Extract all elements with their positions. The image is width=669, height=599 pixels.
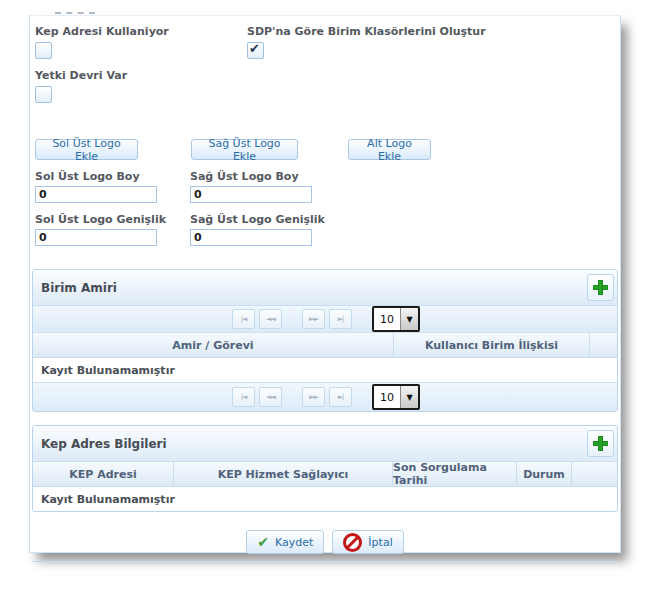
bottom-divider bbox=[32, 561, 618, 562]
column-header-kep-adresi: KEP Adresi bbox=[33, 462, 174, 486]
rows-per-page-select[interactable]: 10 ▼ bbox=[372, 384, 420, 410]
kep-adres-header: Kep Adres Bilgileri bbox=[33, 426, 617, 462]
sag-ust-logo-genislik-input[interactable] bbox=[190, 229, 312, 246]
checkbox-row-2: Yetki Devri Var bbox=[32, 69, 618, 103]
paginator-prev-button[interactable]: ◄◄ bbox=[259, 309, 282, 329]
kep-adres-bilgileri-panel: Kep Adres Bilgileri KEP Adresi KEP Hizme… bbox=[32, 425, 618, 512]
boy-inputs-row bbox=[32, 183, 618, 203]
paginator-prev-button[interactable]: ◄◄ bbox=[259, 387, 282, 407]
column-header-kullanici-birim-iliskisi: Kullanıcı Birim İlişkisi bbox=[394, 333, 590, 357]
sol-ust-logo-boy-label: Sol Üst Logo Boy bbox=[35, 170, 190, 183]
kaydet-button[interactable]: ✔ Kaydet bbox=[246, 530, 324, 554]
column-header-actions bbox=[590, 333, 617, 357]
birim-amiri-table-header: Amir / Görevi Kullanıcı Birim İlişkisi bbox=[33, 333, 617, 358]
column-header-kep-hizmet-saglayici: KEP Hizmet Sağlayıcı bbox=[174, 462, 393, 486]
kep-adresi-kullaniyor-group: Kep Adresi Kullaniyor bbox=[35, 25, 247, 59]
kaydet-button-label: Kaydet bbox=[275, 536, 313, 549]
sol-ust-logo-genislik-input[interactable] bbox=[35, 229, 157, 246]
kep-adres-title: Kep Adres Bilgileri bbox=[41, 437, 167, 451]
yetki-devri-var-checkbox[interactable] bbox=[35, 86, 52, 103]
paginator-first-button[interactable]: |◄ bbox=[232, 387, 255, 407]
sdp-birim-klasorleri-group: SDP'na Göre Birim Klasörlerini Oluştur ✔ bbox=[247, 25, 486, 59]
plus-icon bbox=[593, 436, 608, 451]
paginator-next-button[interactable]: ►► bbox=[302, 387, 325, 407]
main-form-panel: Kep Adresi Kullaniyor SDP'na Göre Birim … bbox=[29, 15, 621, 553]
birim-amiri-empty-message: Kayıt Bulunamamıştır bbox=[33, 364, 175, 377]
iptal-button-label: İptal bbox=[368, 536, 392, 549]
genislik-labels-row: Sol Üst Logo Genişlik Sağ Üst Logo Geniş… bbox=[32, 213, 618, 226]
sag-ust-logo-boy-label: Sağ Üst Logo Boy bbox=[190, 170, 345, 183]
sol-ust-logo-ekle-button[interactable]: Sol Üst Logo Ekle bbox=[35, 139, 138, 160]
alt-logo-ekle-button[interactable]: Alt Logo Ekle bbox=[348, 139, 431, 160]
birim-amiri-paginator-bottom: |◄ ◄◄ ►► ►| 10 ▼ bbox=[33, 382, 617, 411]
paginator-last-button[interactable]: ►| bbox=[329, 387, 352, 407]
paginator-first-button[interactable]: |◄ bbox=[232, 309, 255, 329]
dropdown-arrow-icon: ▼ bbox=[400, 308, 418, 330]
kep-adres-empty-message: Kayıt Bulunamamıştır bbox=[33, 493, 175, 506]
kep-adresi-kullaniyor-checkbox[interactable] bbox=[35, 42, 52, 59]
sol-ust-logo-boy-input[interactable] bbox=[35, 186, 157, 203]
birim-amiri-empty-row: Kayıt Bulunamamıştır bbox=[33, 358, 617, 382]
checkmark-icon: ✔ bbox=[249, 41, 260, 56]
sdp-birim-klasorleri-checkbox[interactable]: ✔ bbox=[247, 42, 264, 59]
rows-per-page-value: 10 bbox=[374, 308, 400, 330]
rows-per-page-value: 10 bbox=[374, 386, 400, 408]
cancel-prohibition-icon bbox=[343, 533, 362, 552]
kep-adres-add-button[interactable] bbox=[587, 430, 614, 457]
birim-amiri-paginator-top: |◄ ◄◄ ►► ►| 10 ▼ bbox=[33, 306, 617, 333]
boy-labels-row: Sol Üst Logo Boy Sağ Üst Logo Boy bbox=[32, 170, 618, 183]
birim-amiri-add-button[interactable] bbox=[587, 274, 614, 301]
kep-adres-table-header: KEP Adresi KEP Hizmet Sağlayıcı Son Sorg… bbox=[33, 462, 617, 487]
column-header-actions bbox=[572, 462, 617, 486]
column-header-durum: Durum bbox=[517, 462, 572, 486]
sag-ust-logo-genislik-label: Sağ Üst Logo Genişlik bbox=[190, 213, 345, 226]
rows-per-page-select[interactable]: 10 ▼ bbox=[372, 306, 420, 332]
form-actions: ✔ Kaydet İptal bbox=[32, 530, 618, 554]
logo-buttons-row: Sol Üst Logo Ekle Sağ Üst Logo Ekle Alt … bbox=[32, 139, 618, 160]
plus-icon bbox=[593, 280, 608, 295]
checkbox-row-1: Kep Adresi Kullaniyor SDP'na Göre Birim … bbox=[32, 25, 618, 59]
genislik-inputs-row bbox=[32, 226, 618, 246]
column-header-amir-gorevi: Amir / Görevi bbox=[33, 333, 394, 357]
save-check-icon: ✔ bbox=[257, 535, 269, 549]
sdp-birim-klasorleri-label: SDP'na Göre Birim Klasörlerini Oluştur bbox=[247, 25, 486, 38]
birim-amiri-header: Birim Amiri bbox=[33, 270, 617, 306]
birim-amiri-panel: Birim Amiri |◄ ◄◄ ►► ►| 10 ▼ Amir / Göre… bbox=[32, 269, 618, 412]
sag-ust-logo-ekle-button[interactable]: Sağ Üst Logo Ekle bbox=[191, 139, 298, 160]
kep-adresi-kullaniyor-label: Kep Adresi Kullaniyor bbox=[35, 25, 247, 38]
column-header-son-sorgulama-tarihi: Son Sorgulama Tarihi bbox=[393, 462, 517, 486]
page: Kep Adresi Kullaniyor SDP'na Göre Birim … bbox=[0, 0, 669, 599]
sag-ust-logo-boy-input[interactable] bbox=[190, 186, 312, 203]
kep-adres-empty-row: Kayıt Bulunamamıştır bbox=[33, 487, 617, 511]
sol-ust-logo-genislik-label: Sol Üst Logo Genişlik bbox=[35, 213, 190, 226]
paginator-last-button[interactable]: ►| bbox=[329, 309, 352, 329]
birim-amiri-title: Birim Amiri bbox=[41, 281, 117, 295]
dropdown-arrow-icon: ▼ bbox=[400, 386, 418, 408]
yetki-devri-var-group: Yetki Devri Var bbox=[35, 69, 127, 103]
yetki-devri-var-label: Yetki Devri Var bbox=[35, 69, 127, 82]
paginator-next-button[interactable]: ►► bbox=[302, 309, 325, 329]
iptal-button[interactable]: İptal bbox=[332, 530, 403, 554]
